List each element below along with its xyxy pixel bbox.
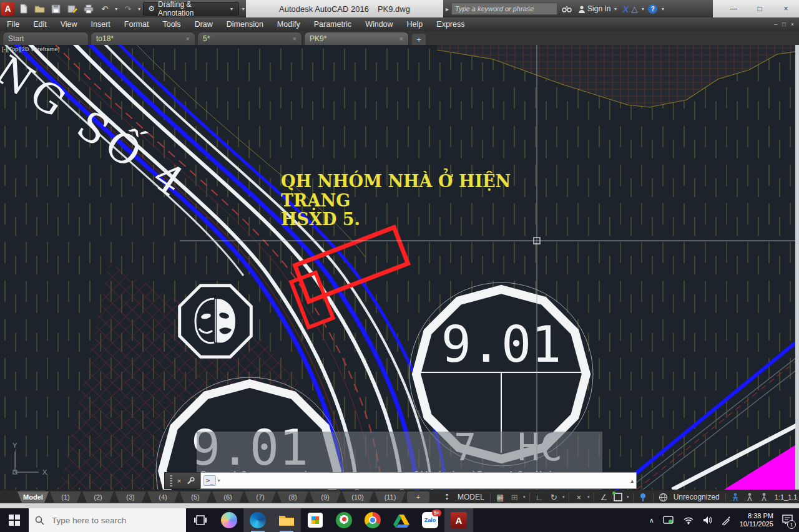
annotation-scale-value[interactable]: 1:1_1.1 [772,493,799,501]
snap-mode-icon[interactable]: ⊞ [507,491,522,503]
command-input[interactable]: >_ ▾ ▴ [200,472,637,489]
command-recent-dropdown-icon[interactable]: ▾ [216,478,222,483]
polar-tracking-icon[interactable]: ↻ [547,491,561,503]
layout-tab-2[interactable]: (2) [82,491,114,503]
copilot-icon[interactable] [215,508,243,532]
isodraft-icon[interactable]: × [572,491,586,503]
a360-dropdown-icon[interactable]: ▾ [640,6,645,12]
undo-icon[interactable]: ↶ [97,2,112,16]
viewport-controls[interactable]: [-][Top][2D Wireframe] [2,46,59,52]
command-expand-icon[interactable]: ▴ [630,478,634,484]
google-drive-icon[interactable] [387,508,416,532]
microsoft-store-icon[interactable] [301,508,330,532]
menu-item-help[interactable]: Help [400,17,430,31]
close-button[interactable]: × [773,1,799,17]
ortho-mode-icon[interactable]: ∟ [532,491,547,503]
zalo-icon[interactable]: Zalo 5+ [416,508,444,532]
menu-item-window[interactable]: Window [358,17,400,31]
menu-item-edit[interactable]: Edit [26,17,54,31]
file-tab-pk9[interactable]: PK9*× [304,32,409,45]
minimize-button[interactable]: — [720,1,747,17]
menu-item-parametric[interactable]: Parametric [307,17,358,31]
file-tab-5[interactable]: 5*× [197,32,302,45]
redo-icon[interactable]: ↷ [120,2,135,16]
command-bar-grip[interactable]: × [164,472,200,489]
grip-dots-icon[interactable] [170,475,172,486]
layout-tab-8[interactable]: (8) [277,491,308,503]
workspace-switcher[interactable]: ⚙ Drafting & Annotation ▾ [143,2,239,16]
annotation-scale-icon[interactable] [757,491,772,503]
taskbar-clock[interactable]: 8:38 PM 10/11/2025 [740,512,773,528]
doc-minimize-icon[interactable]: – [774,21,777,27]
file-tab-to18[interactable]: to18*× [91,32,195,45]
taskbar-search[interactable] [29,508,186,532]
new-file-icon[interactable] [16,2,31,16]
help-search-input[interactable] [451,2,557,15]
doc-restore-icon[interactable]: □ [782,21,785,27]
grid-display-icon[interactable]: ▦ [493,491,507,503]
autocad-taskbar-icon[interactable]: A [444,508,473,532]
open-file-icon[interactable] [32,2,47,16]
menu-item-draw[interactable]: Draw [188,17,220,31]
layout-tab-10[interactable]: (10) [342,491,373,503]
menu-item-dimension[interactable]: Dimension [220,17,270,31]
tray-chevron-icon[interactable]: ∧ [649,516,654,525]
command-close-icon[interactable]: × [177,477,181,485]
menu-item-insert[interactable]: Insert [84,17,117,31]
autocad-app-menu-icon[interactable]: A [1,2,14,16]
search-go-icon[interactable]: ▸ [446,6,449,12]
annotation-autoscale-icon[interactable] [743,491,757,503]
coccoc-icon[interactable] [330,508,358,532]
wrench-icon[interactable] [186,476,195,485]
a360-icon[interactable]: △ [631,4,637,14]
qat-customize-icon[interactable]: ▾ [240,6,246,12]
chrome-icon[interactable] [358,508,387,532]
layout-tab-5[interactable]: (5) [180,491,211,503]
help-icon[interactable]: ? [648,4,657,14]
annotation-visibility-icon[interactable] [728,491,743,503]
search-button[interactable] [560,2,574,16]
layout-tab-4[interactable]: (4) [147,491,179,503]
object-snap-dropdown-icon[interactable]: ▾ [625,495,630,500]
command-prompt-icon[interactable]: >_ [203,475,216,486]
layout-overflow-icon[interactable]: ▾ ▾ [446,493,448,501]
sign-in-button[interactable]: Sign In ▾ [576,2,620,16]
task-view-button[interactable] [186,508,215,532]
pen-icon[interactable] [722,516,731,525]
layout-tab-7[interactable]: (7) [245,491,276,503]
new-layout-button[interactable]: + [407,491,429,503]
file-tab-close-icon[interactable]: × [293,35,297,42]
snap-dropdown-icon[interactable]: ▾ [522,495,527,500]
menu-item-tools[interactable]: Tools [155,17,187,31]
layout-tab-1[interactable]: (1) [50,491,81,503]
drawing-canvas[interactable]: 9.01 [0,45,799,490]
layout-tab-11[interactable]: (11) [375,491,406,503]
new-drawing-tab-button[interactable]: + [412,34,426,45]
layout-tab-3[interactable]: (3) [115,491,146,503]
file-tab-start[interactable]: Start [2,32,89,45]
layout-tab-6[interactable]: (6) [212,491,243,503]
polar-dropdown-icon[interactable]: ▾ [561,495,566,500]
layout-tab-model[interactable]: Model [17,491,49,503]
start-button[interactable] [0,508,29,532]
save-as-icon[interactable] [65,2,80,16]
isodraft-dropdown-icon[interactable]: ▾ [586,495,591,500]
menu-item-format[interactable]: Format [117,17,156,31]
menu-item-express[interactable]: Express [429,17,471,31]
plot-icon[interactable] [81,2,96,16]
object-snap-icon[interactable] [611,491,625,503]
doc-close-icon[interactable]: × [791,21,794,27]
geolocation-label[interactable]: Unrecognized [670,493,723,501]
file-tab-close-icon[interactable]: × [186,35,190,42]
taskbar-search-input[interactable] [51,515,172,526]
layout-tab-9[interactable]: (9) [310,491,341,503]
security-icon[interactable] [663,516,674,525]
exchange-apps-icon[interactable]: X [622,4,629,14]
pin-icon[interactable] [636,491,650,503]
menu-item-modify[interactable]: Modify [270,17,307,31]
save-icon[interactable] [48,2,63,16]
notification-center-icon[interactable]: 1 [782,514,793,526]
maximize-button[interactable]: □ [747,1,773,17]
wifi-icon[interactable] [683,516,694,525]
help-dropdown-icon[interactable]: ▾ [660,6,665,12]
